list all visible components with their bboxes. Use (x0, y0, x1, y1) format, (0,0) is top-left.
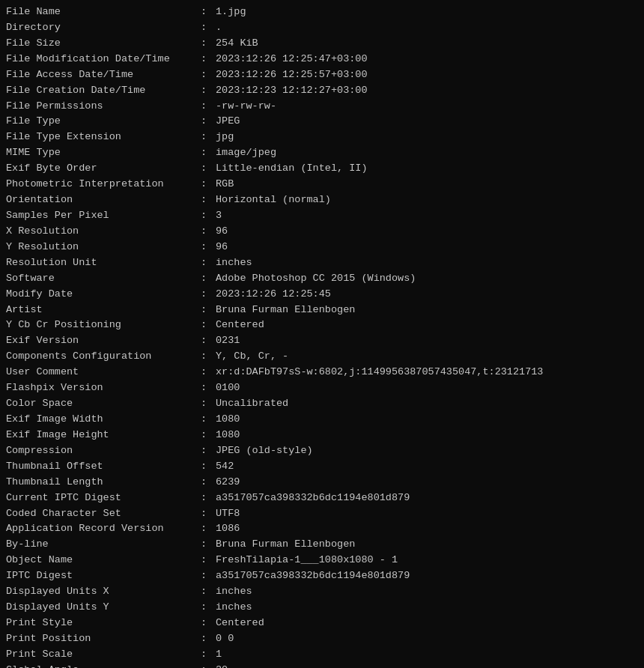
metadata-separator: : (201, 475, 216, 491)
metadata-separator: : (201, 616, 216, 631)
metadata-value: Centered (216, 318, 638, 333)
table-row: By-line: Bruna Furman Ellenbogen (6, 537, 638, 553)
table-row: Color Space: Uncalibrated (6, 396, 638, 412)
table-row: File Creation Date/Time: 2023:12:23 12:1… (6, 83, 638, 99)
metadata-key: File Modification Date/Time (6, 52, 201, 67)
table-row: Displayed Units X: inches (6, 584, 638, 600)
table-row: Print Scale: 1 (6, 647, 638, 663)
metadata-value: 2023:12:26 12:25:45 (216, 287, 638, 303)
metadata-key: IPTC Digest (6, 568, 201, 584)
metadata-key: Application Record Version (6, 521, 201, 537)
metadata-value: 542 (216, 459, 638, 475)
metadata-key: Exif Image Height (6, 428, 201, 443)
metadata-separator: : (201, 568, 216, 584)
metadata-separator: : (201, 333, 216, 349)
metadata-separator: : (201, 600, 216, 616)
metadata-key: Print Position (6, 631, 201, 647)
table-row: Exif Byte Order: Little-endian (Intel, I… (6, 161, 638, 177)
metadata-separator: : (201, 177, 216, 192)
table-row: Resolution Unit: inches (6, 255, 638, 271)
metadata-key: Global Angle (6, 663, 201, 668)
metadata-key: Photometric Interpretation (6, 177, 201, 192)
metadata-value: 96 (216, 240, 638, 255)
metadata-separator: : (201, 240, 216, 255)
metadata-key: File Type Extension (6, 130, 201, 145)
metadata-key: Components Configuration (6, 349, 201, 365)
metadata-separator: : (201, 412, 216, 428)
metadata-table: File Name: 1.jpgDirectory: .File Size: 2… (6, 4, 638, 668)
table-row: File Type: JPEG (6, 114, 638, 130)
metadata-separator: : (201, 318, 216, 333)
metadata-separator: : (201, 114, 216, 130)
table-row: Y Resolution: 96 (6, 240, 638, 255)
metadata-key: Orientation (6, 192, 201, 208)
metadata-separator: : (201, 380, 216, 396)
metadata-key: Displayed Units Y (6, 600, 201, 616)
table-row: Artist: Bruna Furman Ellenbogen (6, 303, 638, 318)
metadata-value: 0100 (216, 380, 638, 396)
metadata-key: Print Scale (6, 647, 201, 663)
metadata-separator: : (201, 537, 216, 553)
metadata-key: File Creation Date/Time (6, 83, 201, 99)
metadata-value: 0231 (216, 333, 638, 349)
metadata-value: inches (216, 584, 638, 600)
metadata-key: Artist (6, 303, 201, 318)
metadata-separator: : (201, 192, 216, 208)
table-row: Displayed Units Y: inches (6, 600, 638, 616)
metadata-value: 1086 (216, 521, 638, 537)
table-row: Object Name: FreshTilapia-1___1080x1080 … (6, 553, 638, 568)
metadata-key: Exif Byte Order (6, 161, 201, 177)
metadata-separator: : (201, 36, 216, 52)
metadata-separator: : (201, 161, 216, 177)
metadata-value: Centered (216, 616, 638, 631)
metadata-value: 1080 (216, 428, 638, 443)
table-row: Print Style: Centered (6, 616, 638, 631)
metadata-key: Modify Date (6, 287, 201, 303)
table-row: Exif Version: 0231 (6, 333, 638, 349)
metadata-value: 96 (216, 224, 638, 240)
table-row: Modify Date: 2023:12:26 12:25:45 (6, 287, 638, 303)
metadata-value: Little-endian (Intel, II) (216, 161, 638, 177)
metadata-separator: : (201, 255, 216, 271)
table-row: Thumbnail Length: 6239 (6, 475, 638, 491)
metadata-value: 254 KiB (216, 36, 638, 52)
metadata-value: a3517057ca398332b6dc1194e801d879 (216, 568, 638, 584)
metadata-value: 1.jpg (216, 4, 638, 20)
table-row: Orientation: Horizontal (normal) (6, 192, 638, 208)
metadata-separator: : (201, 663, 216, 668)
metadata-value: inches (216, 255, 638, 271)
metadata-key: Print Style (6, 616, 201, 631)
metadata-separator: : (201, 459, 216, 475)
table-row: MIME Type: image/jpeg (6, 145, 638, 161)
metadata-value: Bruna Furman Ellenbogen (216, 303, 638, 318)
metadata-value: Horizontal (normal) (216, 192, 638, 208)
metadata-key: File Access Date/Time (6, 67, 201, 83)
metadata-value: JPEG (216, 114, 638, 130)
metadata-key: Directory (6, 20, 201, 36)
table-row: Photometric Interpretation: RGB (6, 177, 638, 192)
table-row: IPTC Digest: a3517057ca398332b6dc1194e80… (6, 568, 638, 584)
metadata-value: 3 (216, 208, 638, 224)
metadata-separator: : (201, 145, 216, 161)
metadata-separator: : (201, 303, 216, 318)
metadata-value: 2023:12:23 12:12:27+03:00 (216, 83, 638, 99)
metadata-key: Exif Image Width (6, 412, 201, 428)
metadata-separator: : (201, 553, 216, 568)
metadata-key: Displayed Units X (6, 584, 201, 600)
table-row: Software: Adobe Photoshop CC 2015 (Windo… (6, 271, 638, 287)
metadata-key: MIME Type (6, 145, 201, 161)
metadata-value: inches (216, 600, 638, 616)
metadata-value: 1080 (216, 412, 638, 428)
metadata-key: Color Space (6, 396, 201, 412)
metadata-key: Current IPTC Digest (6, 491, 201, 506)
table-row: User Comment: xr:d:DAFbT97sS-w:6802,j:11… (6, 365, 638, 380)
table-row: Exif Image Height: 1080 (6, 428, 638, 443)
metadata-separator: : (201, 521, 216, 537)
metadata-separator: : (201, 67, 216, 83)
metadata-key: Compression (6, 443, 201, 459)
metadata-value: 0 0 (216, 631, 638, 647)
metadata-key: File Name (6, 4, 201, 20)
table-row: Coded Character Set: UTF8 (6, 506, 638, 522)
metadata-separator: : (201, 349, 216, 365)
metadata-key: Y Resolution (6, 240, 201, 255)
